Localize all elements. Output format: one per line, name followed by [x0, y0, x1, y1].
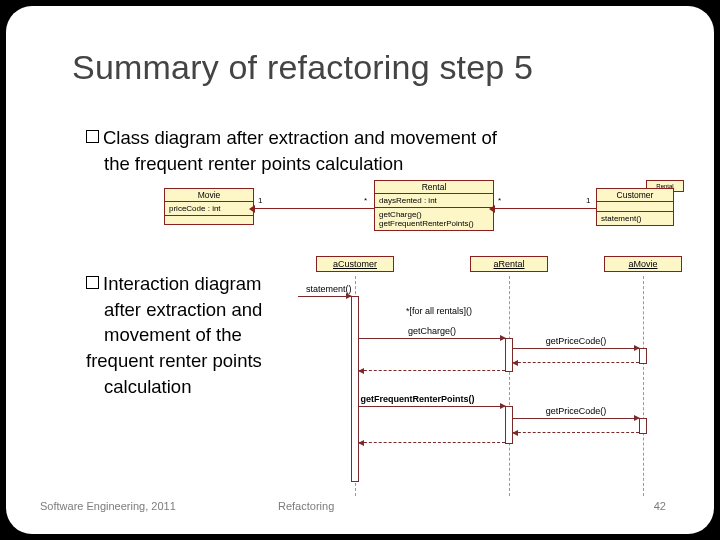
class-customer: Customer statement() [596, 188, 674, 226]
footer-mid: Refactoring [278, 500, 334, 512]
activation-movie-2 [639, 418, 647, 434]
arrow-left-icon [358, 368, 364, 374]
class-customer-name: Customer [597, 189, 673, 202]
arrow-left-icon [358, 440, 364, 446]
mult-star: * [364, 196, 367, 205]
bullet-square-icon [86, 276, 99, 289]
msg-statement-label: statement() [306, 284, 352, 294]
class-movie-ops [165, 216, 253, 224]
class-customer-op1: statement() [601, 214, 669, 223]
obj-acustomer: aCustomer [316, 256, 394, 272]
activation-customer [351, 296, 359, 482]
msg-getcharge-label: getCharge() [408, 326, 456, 336]
class-movie-name: Movie [165, 189, 253, 202]
slide-frame: Summary of refactoring step 5 Class diag… [6, 6, 714, 534]
msg-gfrp: getFrequentRenterPoints() [359, 406, 505, 407]
lifeline-rental [509, 276, 510, 496]
footer: Software Engineering, 2011 Refactoring 4… [40, 500, 680, 512]
lifeline-movie [643, 276, 644, 496]
return-3 [513, 432, 639, 433]
return-2 [359, 370, 505, 371]
class-rental-ops: getCharge() getFrequentRenterPoints() [375, 208, 493, 230]
arrow-left-icon [512, 430, 518, 436]
msg-getpricecode2: getPriceCode() [513, 418, 639, 419]
sequence-diagram: aCustomer aRental aMovie statement() *[f… [298, 256, 690, 496]
msg-gfrp-label: getFrequentRenterPoints() [360, 394, 474, 404]
class-movie-attr: priceCode : int [165, 202, 253, 216]
msg-getpricecode1: getPriceCode() [513, 348, 639, 349]
class-rental-name: Rental [375, 181, 493, 194]
loop-note: *[for all rentals]() [406, 306, 472, 316]
class-rental: Rental daysRented : int getCharge() getF… [374, 180, 494, 231]
msg-statement: statement() [298, 296, 351, 297]
mult-1b: 1 [586, 196, 590, 205]
msg-getcharge: getCharge() [359, 338, 505, 339]
assoc-movie-rental [254, 208, 374, 209]
obj-arental: aRental [470, 256, 548, 272]
class-rental-attr: daysRented : int [375, 194, 493, 208]
footer-page: 42 [654, 500, 666, 512]
mult-1: 1 [258, 196, 262, 205]
arrow-left-icon [512, 360, 518, 366]
bullet-1-line2: the frequent renter points calculation [104, 152, 664, 176]
activation-movie-1 [639, 348, 647, 364]
class-rental-op1: getCharge() [379, 210, 489, 219]
bullet-2-line1: Interaction diagram [103, 272, 261, 296]
footer-left: Software Engineering, 2011 [40, 500, 176, 512]
obj-amovie: aMovie [604, 256, 682, 272]
bullet-1-line1: Class diagram after extraction and movem… [103, 126, 497, 150]
activation-rental-2 [505, 406, 513, 444]
class-movie: Movie priceCode : int [164, 188, 254, 225]
return-4 [359, 442, 505, 443]
class-customer-attr [597, 202, 673, 212]
return-1 [513, 362, 639, 363]
class-customer-ops: statement() [597, 212, 673, 225]
msg-getpricecode1-label: getPriceCode() [546, 336, 607, 346]
mult-star2: * [498, 196, 501, 205]
bullet-square-icon [86, 130, 99, 143]
slide-title: Summary of refactoring step 5 [72, 48, 533, 87]
arrow-left-icon [489, 205, 495, 213]
bullet-1: Class diagram after extraction and movem… [86, 126, 664, 175]
activation-rental-1 [505, 338, 513, 372]
msg-getpricecode2-label: getPriceCode() [546, 406, 607, 416]
class-diagram: Rental Movie priceCode : int Rental days… [164, 180, 684, 260]
class-rental-op2: getFrequentRenterPoints() [379, 219, 489, 228]
assoc-rental-customer [494, 208, 596, 209]
arrow-left-icon [249, 205, 255, 213]
